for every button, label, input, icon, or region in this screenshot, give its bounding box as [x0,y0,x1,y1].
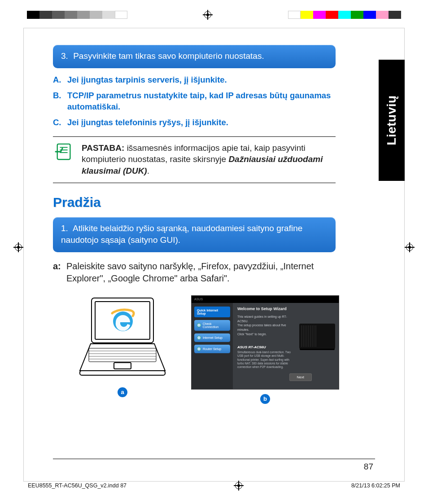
registration-mark-top [203,10,213,20]
sub-step-b-text: TCP/IP parametrus nustatykite taip, kad … [67,90,336,113]
note-icon [55,142,74,177]
figure-b-badge: b [260,394,270,404]
step-1-text: Atlikite belaidžio ryšio sąranką, naudod… [61,224,302,245]
svg-rect-6 [89,348,156,362]
wizard-brand: ASUS [192,296,339,303]
wizard-side-title: Quick Internet Setup [194,307,230,317]
wizard-side-internet-label: Internet Setup [203,336,223,339]
wizard-sidebar: Quick Internet Setup Check Connection In… [192,303,233,389]
laptop-illustration [75,295,170,383]
wizard-side-check-label: Check Connection [203,322,227,329]
figure-a: a [75,295,170,397]
note-box: PASTABA: išsamesnės informacijos apie ta… [53,136,336,184]
sub-step-c-text: Jei įjungtas telefoninis ryšys, jį išjun… [67,117,228,128]
print-calibration-bar [27,10,401,20]
page-number: 87 [364,462,373,472]
body-step-a-text: Paleiskite savo saityno naršyklę, „Firef… [66,260,336,285]
page-content: 3. Pasyvinkite tam tikras savo kompiuter… [53,45,336,404]
imposition-time: 8/21/13 6:02:25 PM [351,482,400,489]
step-3-text: Pasyvinkite tam tikras savo kompiuterio … [73,51,264,61]
sub-step-c-label: C. [53,117,67,128]
sub-step-c: C. Jei įjungtas telefoninis ryšys, jį iš… [53,117,336,128]
language-tab: Lietuvių [379,60,405,181]
router-image [299,324,335,349]
wizard-desc: Simultaneous dual-band connection. Two U… [237,351,294,369]
registration-mark-left [13,242,23,252]
figure-row: a ASUS Quick Internet Setup Check Connec… [75,295,336,404]
step-1-number: 1. [61,224,68,233]
wizard-line2: The setup process takes about five minut… [237,323,296,332]
wizard-side-internet: Internet Setup [194,333,230,342]
svg-rect-12 [80,371,165,375]
figure-b: ASUS Quick Internet Setup Check Connecti… [191,295,339,404]
imposition-footer: EEU8555_RT-AC56U_QSG_v2.indd 87 8/21/13 … [28,481,400,491]
wizard-side-check: Check Connection [194,320,230,331]
note-text: PASTABA: išsamesnės informacijos apie ta… [82,142,334,177]
registration-mark-bottom [234,481,244,491]
body-step-a: a: Paleiskite savo saityno naršyklę, „Fi… [53,260,336,285]
wizard-line3: Click "Next" to begin. [237,332,296,337]
grayscale-swatches [27,11,127,19]
language-tab-label: Lietuvių [384,95,399,145]
wizard-side-router-label: Router Setup [203,347,221,351]
wizard-side-router: Router Setup [194,345,230,353]
sub-step-b-label: B. [53,90,67,113]
sub-steps-list: A. Jei įjungtas tarpinis serveris, jį iš… [53,75,336,128]
svg-rect-11 [114,363,131,369]
wizard-next-button: Next [289,373,312,381]
sub-step-a: A. Jei įjungtas tarpinis serveris, jį iš… [53,75,336,86]
sub-step-b: B. TCP/IP parametrus nustatykite taip, k… [53,90,336,113]
registration-mark-right [405,242,415,252]
note-lead: PASTABA: [82,143,124,153]
note-tail: . [147,166,149,175]
footer-rule [53,459,375,459]
step-3-number: 3. [61,51,68,61]
sub-step-a-text: Jei įjungtas tarpinis serveris, jį išjun… [67,75,227,86]
wizard-line1: This wizard guides in setting up RT-AC56… [237,315,296,324]
step-1-bar: 1. Atlikite belaidžio ryšio sąranką, nau… [53,217,336,252]
body-step-a-key: a: [53,260,66,285]
step-3-bar: 3. Pasyvinkite tam tikras savo kompiuter… [53,45,336,68]
figure-a-badge: a [118,387,127,397]
setup-wizard-screenshot: ASUS Quick Internet Setup Check Connecti… [191,295,339,390]
wizard-main: Welcome to Setup Wizard This wizard guid… [233,303,339,389]
wizard-text: This wizard guides in setting up RT-AC56… [237,315,296,337]
wizard-model: ASUS RT-AC56U [237,345,266,349]
sub-step-a-label: A. [53,75,67,86]
wizard-title: Welcome to Setup Wizard [237,307,334,311]
imposition-file: EEU8555_RT-AC56U_QSG_v2.indd 87 [28,482,127,489]
color-swatches [288,11,401,19]
section-title: Pradžia [53,195,336,210]
